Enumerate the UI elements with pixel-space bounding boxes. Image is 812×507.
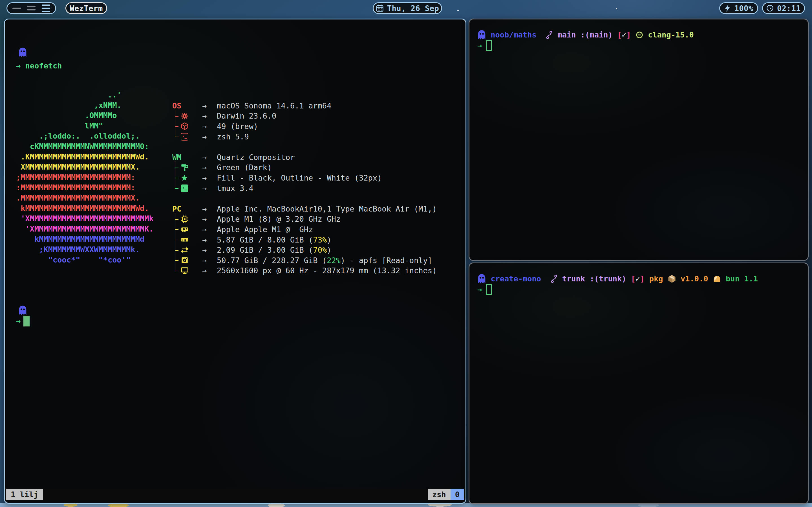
app-title-pill: WezTerm — [65, 2, 107, 14]
ghost-icon — [18, 47, 27, 57]
package-icon — [181, 122, 189, 130]
neofetch-section-header: OS→macOS Sonoma 14.6.1 arm64 — [172, 101, 437, 111]
cpu-icon — [181, 215, 189, 223]
prompt-ghost-line — [18, 47, 27, 57]
ghost-icon — [477, 30, 486, 40]
arrow-icon: → — [202, 245, 217, 255]
tree-branch-line — [172, 183, 181, 193]
section-header-value: Apple Inc. MacBookAir10,1 Type MacBook A… — [217, 205, 437, 213]
arrow-icon: → — [202, 235, 217, 244]
shell-prompt-line: noob/maths main :(main) [✓] clang-15.0 — [477, 30, 694, 40]
neofetch-item-value: Apple Apple M1 @ GHz — [217, 225, 313, 234]
arrow-icon: → — [202, 173, 217, 182]
star-dot — [457, 10, 459, 11]
ascii-art-line: .OMMMMo — [16, 110, 154, 121]
neofetch-item-row: →49 (brew) — [172, 121, 437, 131]
bread-icon — [713, 275, 721, 283]
ascii-art-line: XMMMMMMMMMMMMMMMMMMMMMMMX. — [16, 162, 154, 172]
neofetch-item-row: →Fill - Black, Outline - White (32px) — [172, 173, 437, 183]
swap-icon — [181, 246, 189, 254]
arrow-icon: → — [202, 184, 217, 193]
clock-icon — [766, 4, 774, 12]
two-lines-icon[interactable] — [27, 6, 36, 10]
tree-branch-line — [172, 214, 181, 224]
shell-input-line[interactable]: → — [477, 284, 492, 295]
text-cursor — [23, 316, 30, 327]
date-label: Thu, 26 Sep — [387, 4, 439, 13]
neofetch-item-value: Green (Dark) — [217, 163, 272, 172]
package-box-icon — [668, 274, 676, 283]
neofetch-item-row: →5.87 GiB / 8.00 GiB (73%) — [172, 235, 437, 245]
tree-branch-line — [172, 131, 181, 142]
gear-icon — [181, 112, 189, 120]
calendar-icon — [376, 4, 384, 12]
tree-branch-line — [172, 163, 181, 173]
branch-icon — [550, 274, 558, 283]
tree-branch-line — [172, 255, 181, 266]
terminal-outline-icon: ›_ — [181, 133, 188, 140]
neofetch-item-row: →2.09 GiB / 3.00 GiB (70%) — [172, 245, 437, 255]
ascii-art-line: 'XMMMMMMMMMMMMMMMMMMMMMMMMK. — [16, 224, 154, 234]
memory-icon — [181, 236, 189, 244]
star-dot — [616, 8, 617, 9]
display-icon — [181, 267, 189, 275]
neofetch-item-value: 50.77 GiB / 228.27 GiB (22%) - apfs [Rea… — [217, 256, 432, 265]
arrow-icon: → — [202, 112, 217, 120]
ascii-art-line: :MMMMMMMMMMMMMMMMMMMMMMMM: — [16, 182, 154, 193]
three-lines-icon[interactable] — [42, 4, 50, 12]
ascii-art-line: kMMMMMMMMMMMMMMMMMMMMMMMMWd. — [16, 203, 154, 214]
window-controls[interactable] — [6, 2, 56, 14]
terminal-pane-top-right[interactable]: noob/maths main :(main) [✓] clang-15.0 → — [469, 18, 809, 261]
arrow-icon: → — [202, 153, 217, 162]
terminal-pane-left[interactable]: → neofetch ..' ,xNMM. .OMMMMo lMM" .;lod… — [4, 18, 466, 504]
status-session-index: 0 — [451, 489, 464, 500]
c-compiler-icon — [636, 31, 644, 39]
battery-label: 100% — [734, 4, 753, 13]
battery-pill: 100% — [719, 2, 758, 14]
section-header-value: macOS Sonoma 14.6.1 arm64 — [217, 101, 331, 110]
section-label: WM — [172, 153, 182, 162]
neofetch-item-row: →50.77 GiB / 228.27 GiB (22%) - apfs [Re… — [172, 255, 437, 266]
shell-prompt-line[interactable]: → — [16, 316, 30, 326]
arrow-icon: → — [202, 205, 217, 213]
ascii-art-line: cKMMMMMMMMMMNWMMMMMMMMMM0: — [16, 142, 154, 152]
tmux-window-tab[interactable]: 1 lilj — [6, 489, 43, 500]
neofetch-item-row: →Darwin 23.6.0 — [172, 111, 437, 121]
neofetch-item-value: Apple M1 (8) @ 3.20 GHz GHz — [217, 215, 341, 223]
clock-label: 02:11 — [777, 4, 801, 13]
shell-input-line[interactable]: → — [477, 40, 492, 51]
neofetch-item-value: tmux 3.4 — [217, 184, 253, 193]
tree-branch-line — [172, 266, 181, 276]
neofetch-section-header: WM→Quartz Compositor — [172, 152, 437, 163]
terminal-pane-bottom-right[interactable]: create-mono trunk :(trunk) [✓] pkg v1.0.… — [469, 263, 809, 504]
neofetch-item-value: 2.09 GiB / 3.00 GiB (70%) — [217, 245, 331, 255]
section-label: OS — [172, 101, 182, 110]
arrow-icon: → — [202, 266, 217, 275]
star-icon — [181, 174, 188, 181]
tree-branch-line — [172, 224, 181, 235]
text-cursor — [486, 284, 492, 295]
neofetch-item-value: Fill - Black, Outline - White (32px) — [217, 173, 382, 182]
command-line: → neofetch — [16, 61, 62, 71]
paint-roller-icon — [181, 163, 189, 172]
ascii-art-line: ,xNMM. — [16, 100, 154, 111]
battery-bolt-icon — [724, 4, 731, 12]
app-title: WezTerm — [70, 4, 103, 13]
neofetch-item-row: →Apple M1 (8) @ 3.20 GHz GHz — [172, 214, 437, 224]
ascii-art-line: ;MMMMMMMMMMMMMMMMMMMMMMMM: — [16, 172, 154, 183]
neofetch-item-value: 5.87 GiB / 8.00 GiB (73%) — [217, 235, 331, 244]
neofetch-item-value: 49 (brew) — [217, 122, 258, 131]
one-line-icon[interactable] — [12, 8, 21, 9]
arrow-icon: → — [202, 215, 217, 223]
prompt-ghost-line — [18, 305, 27, 316]
section-header-value: Quartz Compositor — [217, 153, 295, 162]
neofetch-item-value: zsh 5.9 — [217, 132, 249, 141]
arrow-icon: → — [202, 225, 217, 234]
section-label: PC — [172, 205, 182, 213]
shell-prompt-line: create-mono trunk :(trunk) [✓] pkg v1.0.… — [477, 274, 758, 284]
arrow-icon: → — [202, 101, 217, 110]
tree-branch-line — [172, 121, 181, 131]
arrow-icon: → — [202, 132, 217, 141]
arrow-icon: → — [202, 163, 217, 172]
neofetch-section-header: PC→Apple Inc. MacBookAir10,1 Type MacBoo… — [172, 204, 437, 214]
